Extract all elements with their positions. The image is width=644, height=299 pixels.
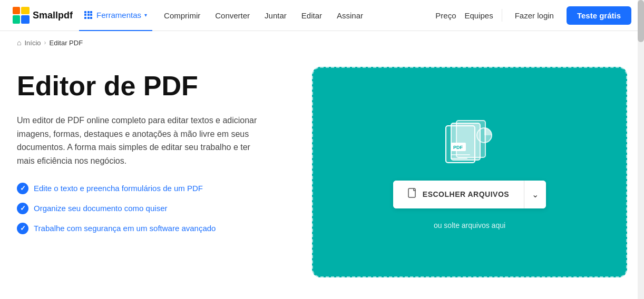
feature-label-3: Trabalhe com segurança em um software av…	[34, 224, 216, 233]
breadcrumb: ⌂ Início › Editar PDF	[0, 31, 644, 54]
nav-right: Preço Equipes Fazer login Teste grátis	[435, 6, 631, 25]
pdf-illustration: PDF	[438, 115, 501, 168]
grid-icon	[84, 11, 92, 19]
svg-rect-1	[21, 7, 30, 14]
chevron-down-icon: ▾	[144, 12, 147, 18]
drop-text: ou solte arquivos aqui	[434, 221, 505, 230]
ferramentas-menu[interactable]: Ferramentas ▾	[79, 0, 152, 31]
trial-button[interactable]: Teste grátis	[567, 6, 631, 25]
feature-label-1: Edite o texto e preencha formulários de …	[34, 184, 203, 193]
ferramentas-label: Ferramentas	[96, 11, 141, 19]
feature-item-1: Edite o texto e preencha formulários de …	[17, 183, 291, 194]
choose-files-button[interactable]: ESCOLHER ARQUIVOS	[393, 181, 524, 208]
nav-assinar[interactable]: Assinar	[329, 0, 370, 31]
home-icon: ⌂	[17, 38, 21, 47]
nav-juntar[interactable]: Juntar	[257, 0, 294, 31]
feature-label-2: Organize seu documento como quiser	[34, 204, 167, 213]
page-scrollbar[interactable]	[638, 0, 644, 298]
check-icon-1	[17, 183, 28, 194]
nav-preco[interactable]: Preço	[435, 11, 456, 20]
nav-divider	[502, 9, 502, 22]
main-content: Editor de PDF Um editor de PDF online co…	[0, 54, 644, 298]
navbar: Smallpdf Ferramentas ▾ Comprimir Convert…	[0, 0, 644, 31]
scrollbar-thumb[interactable]	[638, 0, 644, 42]
nav-login[interactable]: Fazer login	[511, 11, 558, 20]
logo-icon	[13, 7, 30, 24]
logo[interactable]: Smallpdf	[13, 7, 73, 24]
left-panel: Editor de PDF Um editor de PDF online co…	[17, 67, 291, 234]
breadcrumb-home[interactable]: Início	[24, 39, 41, 47]
upload-box[interactable]: PDF ESCOLHER ARQUIVOS	[312, 67, 627, 277]
nav-links: Comprimir Converter Juntar Editar Assina…	[157, 0, 435, 31]
chevron-down-icon: ⌄	[532, 190, 539, 200]
choose-files-label: ESCOLHER ARQUIVOS	[423, 190, 509, 198]
svg-rect-2	[13, 15, 20, 24]
check-icon-3	[17, 223, 28, 234]
breadcrumb-current: Editar PDF	[50, 39, 83, 47]
svg-rect-12	[408, 188, 415, 197]
check-icon-2	[17, 203, 28, 214]
nav-comprimir[interactable]: Comprimir	[157, 0, 208, 31]
pdf-svg-icon: PDF	[438, 115, 501, 168]
svg-rect-3	[21, 15, 30, 24]
file-icon	[408, 188, 417, 201]
nav-editar[interactable]: Editar	[294, 0, 329, 31]
hero-description: Um editor de PDF online completo para ed…	[17, 114, 265, 167]
nav-converter[interactable]: Converter	[208, 0, 257, 31]
svg-rect-0	[13, 7, 20, 14]
choose-files-row: ESCOLHER ARQUIVOS ⌄	[393, 181, 546, 208]
feature-item-3: Trabalhe com segurança em um software av…	[17, 223, 291, 234]
nav-equipes[interactable]: Equipes	[464, 11, 493, 20]
feature-item-2: Organize seu documento como quiser	[17, 203, 291, 214]
feature-list: Edite o texto e preencha formulários de …	[17, 183, 291, 234]
svg-text:PDF: PDF	[453, 145, 463, 150]
page-title: Editor de PDF	[17, 71, 291, 101]
breadcrumb-separator: ›	[44, 39, 46, 46]
logo-text: Smallpdf	[33, 10, 73, 21]
dropdown-button[interactable]: ⌄	[524, 181, 546, 208]
